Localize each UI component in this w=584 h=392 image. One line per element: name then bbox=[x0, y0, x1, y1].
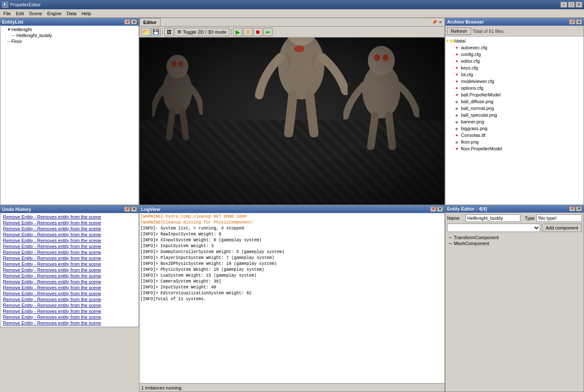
archive-browser-controls[interactable]: 📌 ✕ bbox=[569, 19, 582, 24]
pause-button[interactable]: ⏸ bbox=[243, 28, 252, 36]
logview-status: 1 instances running. bbox=[139, 383, 445, 392]
undo-item[interactable]: Remove Entity - Removes entity from the … bbox=[1, 308, 138, 314]
toggle-2d-3d-button[interactable]: ⊞ Toggle 2D / 3D mode bbox=[174, 28, 229, 36]
logview-panel: LogView 📌 ✕ [WARNING].hydra_comp_cleanup… bbox=[139, 205, 445, 392]
ttf-icon-consolas: ✦ bbox=[454, 132, 460, 138]
undo-history-content: Remove Entity - Removes entity from the … bbox=[0, 213, 139, 327]
entity-list-close[interactable]: ✕ bbox=[131, 19, 137, 24]
undo-item[interactable]: Remove Entity - Removes entity from the … bbox=[1, 249, 138, 255]
title-bar-controls[interactable]: − □ ✕ bbox=[560, 2, 582, 8]
menu-data[interactable]: Data bbox=[64, 10, 79, 17]
logview-pin[interactable]: 📌 bbox=[430, 207, 436, 212]
undo-item[interactable]: Remove Entity - Removes entity from the … bbox=[1, 326, 138, 327]
entity-editor-controls[interactable]: 📌 ✕ bbox=[569, 206, 582, 211]
undo-item[interactable]: Remove Entity - Removes entity from the … bbox=[1, 226, 138, 232]
undo-item[interactable]: Remove Entity - Removes entity from the … bbox=[1, 273, 138, 279]
entity-editor-close[interactable]: ✕ bbox=[576, 206, 582, 211]
entity-editor-content: Name Type Add component ─TransformCompon… bbox=[445, 213, 584, 392]
undo-item[interactable]: Remove Entity - Removes entity from the … bbox=[1, 261, 138, 267]
component-type-select[interactable] bbox=[447, 224, 540, 232]
entity-floor[interactable]: ─ Floor bbox=[1, 38, 138, 44]
undo-item[interactable]: Remove Entity - Removes entity from the … bbox=[1, 220, 138, 226]
archive-item-autoexec[interactable]: ✦ autoexec.cfg bbox=[446, 44, 583, 51]
entity-hellknight[interactable]: ▼ Hellknight bbox=[1, 27, 138, 32]
archive-item-ball-normal[interactable]: ◈ ball_normal.png bbox=[446, 105, 583, 112]
archive-item-banner[interactable]: ◈ banner.png bbox=[446, 118, 583, 125]
editor-close-button[interactable]: ✕ bbox=[438, 20, 443, 25]
entity-list-controls[interactable]: 📌 ✕ bbox=[124, 19, 137, 24]
step-button[interactable]: ⏭ bbox=[263, 28, 273, 36]
logview-title: LogView bbox=[141, 207, 160, 212]
svg-point-7 bbox=[368, 46, 395, 75]
entity-editor-pin[interactable]: 📌 bbox=[569, 206, 575, 211]
logview-close[interactable]: ✕ bbox=[437, 207, 443, 212]
undo-item[interactable]: Remove Entity - Removes entity from the … bbox=[1, 314, 138, 320]
close-button[interactable]: ✕ bbox=[576, 2, 582, 8]
entity-type-input[interactable] bbox=[536, 214, 582, 222]
menu-help[interactable]: Help bbox=[79, 10, 94, 17]
component-item[interactable]: ─MeshComponent bbox=[447, 240, 582, 246]
menu-scene[interactable]: Scene bbox=[27, 10, 45, 17]
component-item[interactable]: ─TransformComponent bbox=[447, 235, 582, 240]
undo-history-controls[interactable]: 📌 ✕ bbox=[124, 207, 137, 212]
undo-item[interactable]: Remove Entity - Removes entity from the … bbox=[1, 237, 138, 243]
editor-toolbar: 📂 💾 🖼 ⊞ Toggle 2D / 3D mode ▶ ⏸ ⏹ ⏭ bbox=[139, 27, 445, 37]
archive-item-consolas[interactable]: ✦ Consolas.ttf bbox=[446, 132, 583, 139]
minimize-button[interactable]: − bbox=[560, 2, 567, 8]
archive-item-floor-png[interactable]: ◈ floor.png bbox=[446, 139, 583, 145]
undo-item[interactable]: Remove Entity - Removes entity from the … bbox=[1, 267, 138, 273]
archive-item-biggrass[interactable]: ◈ biggrass.png bbox=[446, 125, 583, 132]
archive-root-label: /data/ bbox=[454, 38, 466, 43]
hellknight-left bbox=[152, 49, 203, 141]
entity-hellknight-buddy[interactable]: ─ Hellknight_buddy bbox=[1, 32, 138, 38]
entity-list-pin[interactable]: 📌 bbox=[124, 19, 130, 24]
archive-item-lol[interactable]: ✦ lol.cfg bbox=[446, 71, 583, 78]
undo-item[interactable]: Remove Entity - Removes entity from the … bbox=[1, 243, 138, 249]
archive-item-options[interactable]: ✦ options.cfg bbox=[446, 85, 583, 91]
undo-item[interactable]: Remove Entity - Removes entity from the … bbox=[1, 285, 138, 291]
logview-controls[interactable]: 📌 ✕ bbox=[430, 207, 443, 212]
save-button[interactable]: 💾 bbox=[151, 28, 161, 36]
archive-item-modelviewer[interactable]: ✦ modelviewer.cfg bbox=[446, 78, 583, 85]
open-folder-button[interactable]: 📂 bbox=[141, 28, 150, 36]
archive-item-ball-diffuse[interactable]: ◈ ball_diffuse.png bbox=[446, 98, 583, 105]
play-button[interactable]: ▶ bbox=[233, 28, 242, 36]
view-toggle-button[interactable]: 🖼 bbox=[164, 28, 174, 36]
archive-item-ball-specular[interactable]: ◈ ball_specular.png bbox=[446, 112, 583, 118]
undo-item[interactable]: Remove Entity - Removes entity from the … bbox=[1, 302, 138, 308]
editor-pin-button[interactable]: 📌 bbox=[432, 20, 437, 25]
archive-browser-close[interactable]: ✕ bbox=[576, 19, 582, 24]
undo-history-close[interactable]: ✕ bbox=[131, 207, 137, 212]
add-component-button[interactable]: Add component bbox=[542, 224, 582, 232]
menu-edit[interactable]: Edit bbox=[13, 10, 27, 17]
undo-item[interactable]: Remove Entity - Removes entity from the … bbox=[1, 320, 138, 326]
entity-editor-header: Entity Editor - 4[4] 📌 ✕ bbox=[445, 205, 584, 213]
archive-item-config[interactable]: ✦ config.cfg bbox=[446, 51, 583, 58]
undo-item[interactable]: Remove Entity - Removes entity from the … bbox=[1, 279, 138, 285]
undo-item[interactable]: Remove Entity - Removes entity from the … bbox=[1, 255, 138, 261]
archive-item-floor-model[interactable]: ✦ floor.PropellerModel bbox=[446, 145, 583, 152]
undo-item[interactable]: Remove Entity - Removes entity from the … bbox=[1, 232, 138, 237]
undo-item[interactable]: Remove Entity - Removes entity from the … bbox=[1, 296, 138, 302]
archive-refresh-button[interactable]: Refresh bbox=[447, 27, 471, 35]
entity-name-input[interactable] bbox=[466, 214, 520, 222]
editor-tab[interactable]: Editor bbox=[139, 18, 161, 26]
menu-engine[interactable]: Engine bbox=[45, 10, 64, 17]
menu-bar: File Edit Scene Engine Data Help bbox=[0, 9, 584, 18]
archive-browser-pin[interactable]: 📌 bbox=[569, 19, 575, 24]
undo-item[interactable]: Remove Entity - Removes entity from the … bbox=[1, 291, 138, 296]
archive-item-editor[interactable]: ✦ editor.cfg bbox=[446, 58, 583, 64]
log-line: [INFO]Total of 11 systems. bbox=[140, 296, 444, 302]
archive-toolbar: Refresh Total of 51 files. bbox=[445, 26, 584, 37]
cfg-icon-config: ✦ bbox=[454, 51, 460, 57]
archive-item-keys[interactable]: ✦ keys.cfg bbox=[446, 64, 583, 71]
archive-root-folder[interactable]: ▼📁 /data/ bbox=[446, 37, 583, 44]
maximize-button[interactable]: □ bbox=[568, 2, 575, 8]
stop-button[interactable]: ⏹ bbox=[253, 28, 263, 36]
menu-file[interactable]: File bbox=[1, 10, 13, 17]
archive-item-ball-model[interactable]: ✦ ball.PropellerModel bbox=[446, 91, 583, 98]
cfg-icon-lol: ✦ bbox=[454, 72, 460, 77]
editor-tab-controls[interactable]: 📌 ✕ bbox=[430, 18, 445, 26]
undo-item[interactable]: Remove Entity - Removes entity from the … bbox=[1, 214, 138, 220]
undo-history-pin[interactable]: 📌 bbox=[124, 207, 130, 212]
